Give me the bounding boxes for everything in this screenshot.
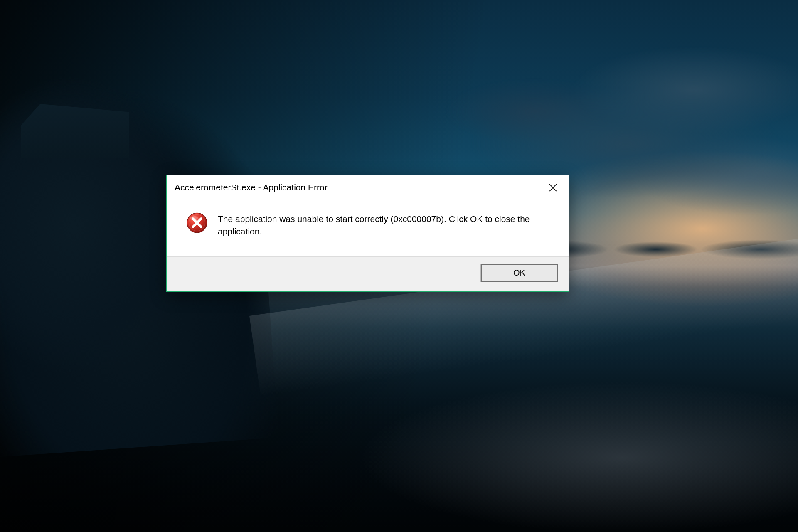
error-dialog: AccelerometerSt.exe - Application Error [166, 175, 569, 292]
close-button[interactable] [540, 178, 565, 197]
dialog-titlebar[interactable]: AccelerometerSt.exe - Application Error [167, 175, 569, 200]
desktop-wallpaper: AccelerometerSt.exe - Application Error [0, 0, 798, 532]
dialog-message: The application was unable to start corr… [218, 212, 534, 238]
wallpaper-building [21, 104, 129, 158]
dialog-footer: OK [167, 256, 569, 291]
ok-button[interactable]: OK [481, 264, 558, 282]
dialog-body: The application was unable to start corr… [167, 200, 569, 256]
error-icon [186, 212, 208, 238]
close-icon [549, 184, 557, 192]
dialog-title: AccelerometerSt.exe - Application Error [175, 182, 328, 192]
svg-point-4 [190, 216, 199, 221]
